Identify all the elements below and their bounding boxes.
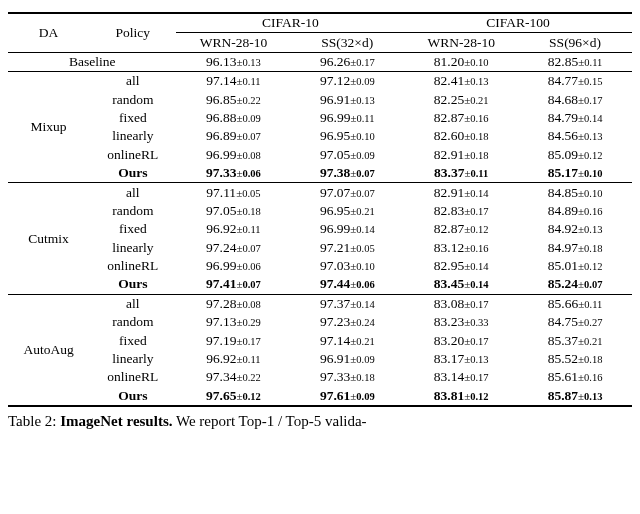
value-cell: 96.92±0.11	[176, 350, 290, 368]
value-cell: 97.38±0.07	[290, 164, 404, 183]
value-cell: 83.81±0.12	[404, 387, 518, 405]
policy-cell: Ours	[89, 387, 176, 405]
value-cell: 83.17±0.13	[404, 350, 518, 368]
value-cell: 84.68±0.17	[518, 91, 632, 109]
table-row: Ours97.41±0.0797.44±0.0683.45±0.1485.24±…	[8, 275, 632, 294]
value-cell: 97.13±0.29	[176, 313, 290, 331]
value-cell: 82.91±0.14	[404, 183, 518, 202]
value-cell: 85.37±0.21	[518, 331, 632, 349]
table-row: Cutmixall97.11±0.0597.07±0.0782.91±0.148…	[8, 183, 632, 202]
value-cell: 84.75±0.27	[518, 313, 632, 331]
header-c100-wrn: WRN-28-10	[404, 33, 518, 52]
da-cell: Cutmix	[8, 183, 89, 294]
value-cell: 83.20±0.17	[404, 331, 518, 349]
value-cell: 83.37±0.11	[404, 164, 518, 183]
value-cell: 84.92±0.13	[518, 220, 632, 238]
value-cell: 97.05±0.18	[176, 202, 290, 220]
value-cell: 83.23±0.33	[404, 313, 518, 331]
policy-cell: random	[89, 313, 176, 331]
caption-rest: We report Top-1 / Top-5 valida-	[172, 413, 366, 429]
policy-cell: fixed	[89, 109, 176, 127]
value-cell: 82.87±0.12	[404, 220, 518, 238]
baseline-label: Baseline	[8, 52, 176, 71]
value-cell: 84.79±0.14	[518, 109, 632, 127]
value-cell: 96.13±0.13	[176, 52, 290, 71]
header-c100-ss: SS(96×d)	[518, 33, 632, 52]
value-cell: 97.11±0.05	[176, 183, 290, 202]
table-row: linearly96.92±0.1196.91±0.0983.17±0.1385…	[8, 350, 632, 368]
da-cell: Mixup	[8, 72, 89, 183]
policy-cell: all	[89, 72, 176, 91]
value-cell: 84.77±0.15	[518, 72, 632, 91]
value-cell: 97.23±0.24	[290, 313, 404, 331]
value-cell: 96.95±0.21	[290, 202, 404, 220]
value-cell: 85.01±0.12	[518, 257, 632, 275]
value-cell: 97.28±0.08	[176, 294, 290, 313]
policy-cell: random	[89, 202, 176, 220]
da-cell: AutoAug	[8, 294, 89, 405]
value-cell: 83.45±0.14	[404, 275, 518, 294]
header-c10-ss: SS(32×d)	[290, 33, 404, 52]
value-cell: 97.44±0.06	[290, 275, 404, 294]
value-cell: 83.12±0.16	[404, 239, 518, 257]
value-cell: 82.91±0.18	[404, 146, 518, 164]
value-cell: 84.89±0.16	[518, 202, 632, 220]
value-cell: 85.66±0.11	[518, 294, 632, 313]
table-row: fixed97.19±0.1797.14±0.2183.20±0.1785.37…	[8, 331, 632, 349]
policy-cell: linearly	[89, 239, 176, 257]
value-cell: 82.41±0.13	[404, 72, 518, 91]
value-cell: 82.60±0.18	[404, 127, 518, 145]
value-cell: 96.99±0.06	[176, 257, 290, 275]
value-cell: 96.91±0.13	[290, 91, 404, 109]
policy-cell: fixed	[89, 220, 176, 238]
policy-cell: all	[89, 294, 176, 313]
value-cell: 97.14±0.21	[290, 331, 404, 349]
value-cell: 82.83±0.17	[404, 202, 518, 220]
header-da: DA	[8, 14, 89, 52]
value-cell: 97.37±0.14	[290, 294, 404, 313]
value-cell: 84.97±0.18	[518, 239, 632, 257]
value-cell: 96.95±0.10	[290, 127, 404, 145]
value-cell: 97.03±0.10	[290, 257, 404, 275]
table-row: linearly97.24±0.0797.21±0.0583.12±0.1684…	[8, 239, 632, 257]
value-cell: 96.99±0.14	[290, 220, 404, 238]
value-cell: 96.99±0.11	[290, 109, 404, 127]
value-cell: 96.26±0.17	[290, 52, 404, 71]
header-cifar10: CIFAR-10	[176, 14, 404, 33]
value-cell: 97.41±0.07	[176, 275, 290, 294]
value-cell: 97.21±0.05	[290, 239, 404, 257]
policy-cell: all	[89, 183, 176, 202]
value-cell: 96.92±0.11	[176, 220, 290, 238]
value-cell: 85.87±0.13	[518, 387, 632, 405]
value-cell: 97.33±0.06	[176, 164, 290, 183]
value-cell: 82.25±0.21	[404, 91, 518, 109]
table-row: random97.05±0.1896.95±0.2182.83±0.1784.8…	[8, 202, 632, 220]
value-cell: 82.85±0.11	[518, 52, 632, 71]
value-cell: 97.14±0.11	[176, 72, 290, 91]
policy-cell: linearly	[89, 127, 176, 145]
value-cell: 97.61±0.09	[290, 387, 404, 405]
value-cell: 82.95±0.14	[404, 257, 518, 275]
policy-cell: onlineRL	[89, 257, 176, 275]
value-cell: 96.99±0.08	[176, 146, 290, 164]
policy-cell: fixed	[89, 331, 176, 349]
caption-prefix: Table 2:	[8, 413, 60, 429]
value-cell: 96.91±0.09	[290, 350, 404, 368]
results-table: DA Policy CIFAR-10 CIFAR-100 WRN-28-10 S…	[8, 12, 632, 407]
table-row: onlineRL96.99±0.0697.03±0.1082.95±0.1485…	[8, 257, 632, 275]
value-cell: 85.09±0.12	[518, 146, 632, 164]
value-cell: 97.05±0.09	[290, 146, 404, 164]
table-row: onlineRL97.34±0.2297.33±0.1883.14±0.1785…	[8, 368, 632, 386]
value-cell: 97.24±0.07	[176, 239, 290, 257]
value-cell: 96.85±0.22	[176, 91, 290, 109]
value-cell: 81.20±0.10	[404, 52, 518, 71]
table-row: fixed96.92±0.1196.99±0.1482.87±0.1284.92…	[8, 220, 632, 238]
table-row: Mixupall97.14±0.1197.12±0.0982.41±0.1384…	[8, 72, 632, 91]
policy-cell: linearly	[89, 350, 176, 368]
header-c10-wrn: WRN-28-10	[176, 33, 290, 52]
policy-cell: Ours	[89, 164, 176, 183]
value-cell: 85.61±0.16	[518, 368, 632, 386]
policy-cell: onlineRL	[89, 146, 176, 164]
value-cell: 97.34±0.22	[176, 368, 290, 386]
value-cell: 83.14±0.17	[404, 368, 518, 386]
